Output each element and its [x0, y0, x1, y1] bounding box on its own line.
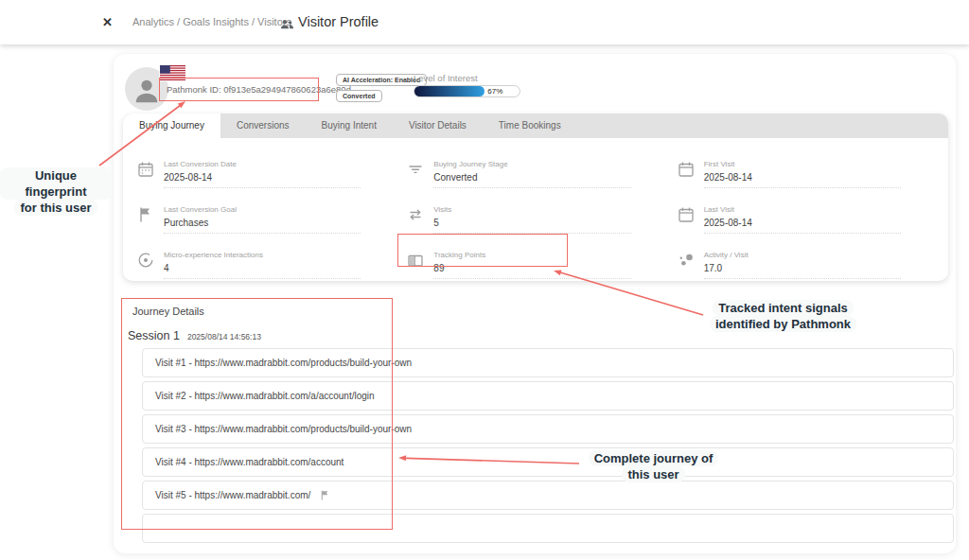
pathmonk-id: Pathmonk ID: 0f913e5a294947860623a6e80d.… — [167, 78, 318, 101]
converted-badge: Converted — [336, 90, 382, 102]
field-value: 5 — [433, 218, 630, 228]
calendar-icon — [136, 160, 157, 183]
tab-time-bookings[interactable]: Time Bookings — [483, 114, 577, 138]
field-buying-journey-stage: Buying Journey Stage Converted — [400, 143, 670, 188]
breadcrumb[interactable]: Analytics / Goals Insights / Visitors — [132, 0, 291, 44]
field-value: Converted — [433, 172, 630, 183]
field-value: 2025-08-14 — [704, 218, 901, 228]
filter-icon — [406, 160, 427, 183]
annotation-fingerprint: Unique fingerprint for this user — [0, 167, 112, 216]
tab-conversions[interactable]: Conversions — [220, 114, 306, 138]
field-tracking-points: Tracking Points 89 — [400, 234, 670, 279]
visit-label: Visit #1 - https://www.madrabbit.com/pro… — [155, 358, 412, 368]
interest-label: Level of Interest — [414, 73, 478, 83]
journey-details-title: Journey Details — [132, 306, 204, 317]
field-label: Last Visit — [704, 205, 901, 214]
visit-row-empty — [142, 514, 954, 543]
field-label: Activity / Visit — [704, 251, 901, 259]
session-timestamp: 2025/08/14 14:56:13 — [187, 332, 261, 341]
tab-strip: Buying Journey Conversions Buying Intent… — [123, 114, 948, 138]
field-value: 4 — [164, 263, 361, 273]
visit-row-4[interactable]: Visit #4 - https://www.madrabbit.com/acc… — [142, 447, 954, 477]
visit-label: Visit #4 - https://www.madrabbit.com/acc… — [155, 457, 344, 467]
field-last-conversion-date: Last Conversion Date 2025-08-14 — [131, 143, 400, 188]
field-visits: Visits 5 — [400, 188, 670, 234]
session-label: Session 1 — [128, 329, 180, 342]
visit-label: Visit #2 - https://www.madrabbit.com/a/a… — [155, 391, 375, 401]
field-label: Tracking Points — [433, 251, 630, 259]
field-value: 2025-08-14 — [164, 172, 361, 183]
field-label: Buying Journey Stage — [433, 160, 630, 168]
page-title: Visitor Profile — [298, 0, 379, 44]
bubbles-icon — [677, 251, 697, 273]
interest-bar-fill — [414, 86, 484, 96]
us-flag-icon — [160, 65, 185, 80]
field-activity-per-visit: Activity / Visit 17.0 — [671, 234, 941, 279]
broadcast-icon — [136, 251, 157, 273]
field-value: 2025-08-14 — [704, 172, 901, 183]
visit-label: Visit #3 - https://www.madrabbit.com/pro… — [155, 424, 412, 434]
visit-row-5[interactable]: Visit #5 - https://www.madrabbit.com/ — [142, 481, 954, 510]
interest-bar: 67% — [414, 85, 520, 97]
person-icon — [132, 75, 162, 105]
visitor-profile-page: ✕ Analytics / Goals Insights / Visitors … — [0, 0, 969, 560]
field-label: Visits — [433, 205, 630, 214]
topbar: ✕ Analytics / Goals Insights / Visitors … — [0, 0, 969, 44]
field-value: 89 — [433, 263, 630, 273]
annotation-line: for this user — [14, 200, 97, 216]
tab-buying-intent[interactable]: Buying Intent — [306, 114, 393, 138]
conversion-flag-icon — [319, 489, 331, 501]
calendar-icon — [677, 205, 697, 228]
field-label: First Visit — [704, 160, 901, 168]
fields-grid: Last Conversion Date 2025-08-14 Buying J… — [123, 138, 948, 281]
repeat-icon — [406, 205, 427, 228]
field-value: Purchases — [164, 218, 361, 228]
session-header: Session 12025/08/14 14:56:13 — [128, 326, 261, 343]
tabs-card: Buying Journey Conversions Buying Intent… — [123, 114, 948, 281]
annotation-line: Unique fingerprint — [0, 167, 112, 200]
visitors-icon — [280, 16, 294, 33]
calendar-icon — [677, 160, 697, 183]
visitor-profile-card: Pathmonk ID: 0f913e5a294947860623a6e80d.… — [114, 54, 956, 553]
field-value: 17.0 — [704, 263, 901, 273]
tab-visitor-details[interactable]: Visitor Details — [393, 114, 483, 138]
field-last-conversion-goal: Last Conversion Goal Purchases — [131, 188, 400, 234]
flag-icon — [136, 205, 157, 228]
field-label: Last Conversion Goal — [164, 205, 361, 214]
visit-row-3[interactable]: Visit #3 - https://www.madrabbit.com/pro… — [142, 414, 954, 444]
field-label: Last Conversion Date — [164, 160, 361, 168]
visit-label: Visit #5 - https://www.madrabbit.com/ — [155, 490, 310, 500]
field-micro-experience-interactions: Micro-experience Interactions 4 — [131, 234, 400, 279]
panel-icon — [406, 251, 427, 273]
visit-row-2[interactable]: Visit #2 - https://www.madrabbit.com/a/a… — [142, 381, 954, 411]
field-label: Micro-experience Interactions — [164, 251, 361, 259]
visit-row-1[interactable]: Visit #1 - https://www.madrabbit.com/pro… — [142, 348, 954, 377]
tab-buying-journey[interactable]: Buying Journey — [123, 114, 220, 138]
interest-bar-value: 67% — [487, 87, 502, 96]
close-button[interactable]: ✕ — [102, 0, 113, 44]
field-last-visit: Last Visit 2025-08-14 — [671, 188, 941, 234]
field-first-visit: First Visit 2025-08-14 — [671, 143, 941, 188]
